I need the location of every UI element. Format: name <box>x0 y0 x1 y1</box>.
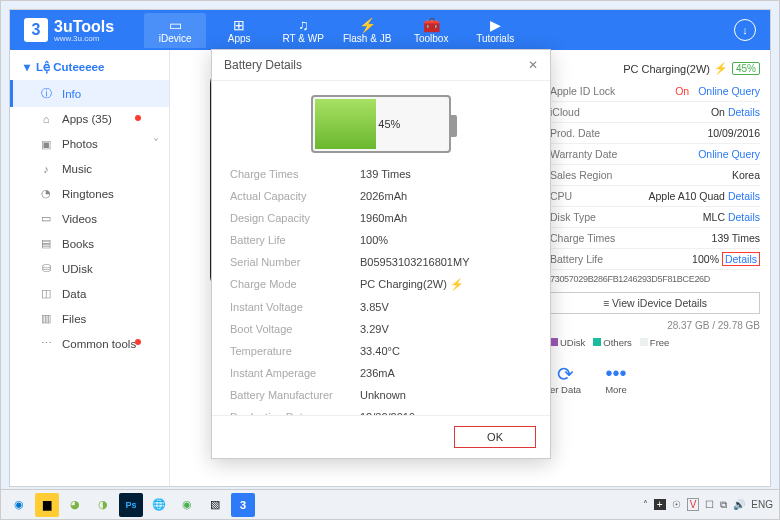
info-row: Warranty DateOnline Query <box>550 144 760 165</box>
sidebar-item-photos[interactable]: ▣Photos˅ <box>10 131 169 157</box>
sidebar-label: Apps (35) <box>62 113 112 125</box>
sidebar-item-udisk[interactable]: ⛁UDisk <box>10 256 169 281</box>
taskbar-3u-icon[interactable]: 3 <box>231 493 255 517</box>
info-label: Disk Type <box>550 211 596 223</box>
nav-rtwp[interactable]: ♫RT & WP <box>272 13 334 48</box>
link[interactable]: Details <box>728 106 760 118</box>
sidebar-label: Data <box>62 288 86 300</box>
sidebar-item-apps[interactable]: ⌂Apps (35) <box>10 107 169 131</box>
detail-key: Serial Number <box>230 256 360 268</box>
detail-key: Battery Manufacturer <box>230 389 360 401</box>
sidebar-account[interactable]: ▾ Lệ Cuteeeee <box>10 54 169 80</box>
sidebar-item-files[interactable]: ▥Files <box>10 306 169 331</box>
sidebar-icon: ⓘ <box>40 86 52 101</box>
detail-key: Charge Mode <box>230 278 360 291</box>
link[interactable]: Details <box>728 211 760 223</box>
nav-icon: ▭ <box>144 17 206 33</box>
action-icon: ••• <box>605 362 627 384</box>
chevron-down-icon: ▾ <box>24 60 30 74</box>
action-erdata[interactable]: ⟳er Data <box>550 362 581 395</box>
sidebar-item-books[interactable]: ▤Books <box>10 231 169 256</box>
sidebar-item-videos[interactable]: ▭Videos <box>10 206 169 231</box>
link[interactable]: Online Query <box>698 85 760 97</box>
chevron-icon: ˅ <box>153 137 159 151</box>
taskbar-tray: ˄ + ☉ V ☐ ⧉ 🔊 ENG <box>643 498 773 511</box>
info-label: Prod. Date <box>550 127 600 139</box>
tray-icon[interactable]: ⧉ <box>720 499 727 511</box>
logo: 3 3uTools www.3u.com <box>10 18 128 43</box>
sidebar-item-ringtones[interactable]: ◔Ringtones <box>10 181 169 206</box>
battery-fill <box>315 99 376 149</box>
sidebar-icon: ▣ <box>40 138 52 151</box>
detail-value: 1960mAh <box>360 212 407 224</box>
action-icons: ⟳er Data•••More <box>550 362 760 395</box>
taskbar-photos-icon[interactable]: ▧ <box>203 493 227 517</box>
link[interactable]: Details <box>728 190 760 202</box>
tray-lang[interactable]: ENG <box>751 499 773 510</box>
detail-value: 3.29V <box>360 323 389 335</box>
nav-idevice[interactable]: ▭iDevice <box>144 13 206 48</box>
nav-apps[interactable]: ⊞Apps <box>208 13 270 48</box>
nav-toolbox[interactable]: 🧰Toolbox <box>400 13 462 48</box>
link[interactable]: Details <box>722 252 760 266</box>
nav-icon: ⊞ <box>208 17 270 33</box>
detail-key: Instant Amperage <box>230 367 360 379</box>
sidebar-item-commontools[interactable]: ⋯Common tools <box>10 331 169 356</box>
detail-row: Battery Life100% <box>230 229 532 251</box>
detail-row: Serial NumberB05953103216801MY <box>230 251 532 273</box>
tray-icon[interactable]: ☉ <box>672 499 681 510</box>
info-row: Apple ID LockOn Online Query <box>550 81 760 102</box>
taskbar-edge-icon[interactable]: ◉ <box>7 493 31 517</box>
sidebar-item-music[interactable]: ♪Music <box>10 157 169 181</box>
sidebar-icon: ▤ <box>40 237 52 250</box>
info-label: Sales Region <box>550 169 612 181</box>
charge-mode-label: PC Charging(2W) <box>623 63 710 75</box>
sidebar-item-data[interactable]: ◫Data <box>10 281 169 306</box>
detail-key: Boot Voltage <box>230 323 360 335</box>
taskbar-ps-icon[interactable]: Ps <box>119 493 143 517</box>
nav-tutorials[interactable]: ▶Tutorials <box>464 13 526 48</box>
link[interactable]: Online Query <box>698 148 760 160</box>
app-url: www.3u.com <box>54 34 114 43</box>
sidebar-label: Music <box>62 163 92 175</box>
notification-dot <box>135 339 141 345</box>
nav-icon: ▶ <box>464 17 526 33</box>
download-icon[interactable]: ↓ <box>734 19 756 41</box>
ok-button[interactable]: OK <box>454 426 536 448</box>
dialog-title: Battery Details <box>224 58 302 72</box>
view-details-button[interactable]: ≡ View iDevice Details <box>550 292 760 314</box>
taskbar-app-icon[interactable]: ◕ <box>63 493 87 517</box>
nav-flashjb[interactable]: ⚡Flash & JB <box>336 13 398 48</box>
detail-value: 236mA <box>360 367 395 379</box>
info-row: Battery Life100% Details <box>550 249 760 270</box>
sidebar-label: Books <box>62 238 94 250</box>
serial-text: 73057029B286FB1246293D5F81BCE26D <box>550 270 760 288</box>
tray-icon[interactable]: ☐ <box>705 499 714 510</box>
info-value: On Details <box>711 106 760 118</box>
tray-icon[interactable]: V <box>687 498 700 511</box>
device-info-panel: PC Charging(2W) ⚡ 45% Apple ID LockOn On… <box>550 62 760 395</box>
detail-value: Unknown <box>360 389 406 401</box>
info-label: CPU <box>550 190 572 202</box>
close-icon[interactable]: ✕ <box>528 58 538 72</box>
top-nav: ▭iDevice⊞Apps♫RT & WP⚡Flash & JB🧰Toolbox… <box>144 13 526 48</box>
info-value: Online Query <box>698 148 760 160</box>
tray-icon[interactable]: + <box>654 499 666 510</box>
taskbar-chrome-icon[interactable]: 🌐 <box>147 493 171 517</box>
detail-row: Boot Voltage3.29V <box>230 318 532 340</box>
taskbar-app-icon[interactable]: ◑ <box>91 493 115 517</box>
taskbar-app-icon[interactable]: ◉ <box>175 493 199 517</box>
tray-volume-icon[interactable]: 🔊 <box>733 499 745 510</box>
action-more[interactable]: •••More <box>605 362 627 395</box>
nav-icon: 🧰 <box>400 17 462 33</box>
tray-up-icon[interactable]: ˄ <box>643 499 648 510</box>
sidebar-item-info[interactable]: ⓘInfo <box>10 80 169 107</box>
info-label: iCloud <box>550 106 580 118</box>
detail-row: Production Date12/30/2019 <box>230 406 532 415</box>
battery-icon: 45% <box>311 95 451 153</box>
detail-row: Temperature33.40°C <box>230 340 532 362</box>
info-value: On Online Query <box>675 85 760 97</box>
sidebar-icon: ⋯ <box>40 337 52 350</box>
sidebar-label: UDisk <box>62 263 93 275</box>
taskbar-explorer-icon[interactable]: ▆ <box>35 493 59 517</box>
